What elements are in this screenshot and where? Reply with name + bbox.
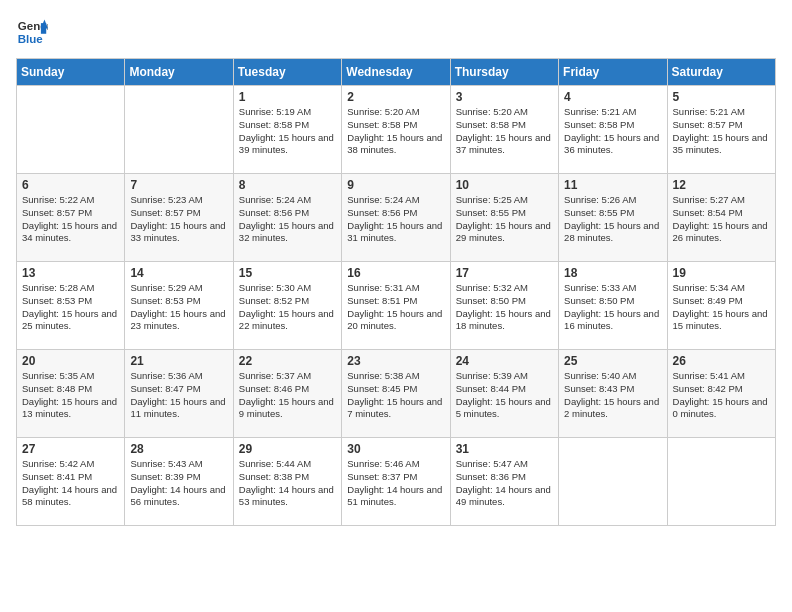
day-number: 12 [673,178,770,192]
day-number: 17 [456,266,553,280]
day-details: Sunrise: 5:46 AM Sunset: 8:37 PM Dayligh… [347,458,444,509]
day-number: 28 [130,442,227,456]
day-number: 21 [130,354,227,368]
calendar-cell: 6Sunrise: 5:22 AM Sunset: 8:57 PM Daylig… [17,174,125,262]
calendar-week-1: 1Sunrise: 5:19 AM Sunset: 8:58 PM Daylig… [17,86,776,174]
calendar-cell: 3Sunrise: 5:20 AM Sunset: 8:58 PM Daylig… [450,86,558,174]
day-number: 26 [673,354,770,368]
calendar-week-4: 20Sunrise: 5:35 AM Sunset: 8:48 PM Dayli… [17,350,776,438]
day-number: 19 [673,266,770,280]
day-number: 30 [347,442,444,456]
svg-text:Blue: Blue [18,33,44,45]
calendar-cell: 30Sunrise: 5:46 AM Sunset: 8:37 PM Dayli… [342,438,450,526]
day-header-thursday: Thursday [450,59,558,86]
day-number: 6 [22,178,119,192]
day-details: Sunrise: 5:35 AM Sunset: 8:48 PM Dayligh… [22,370,119,421]
calendar-cell: 31Sunrise: 5:47 AM Sunset: 8:36 PM Dayli… [450,438,558,526]
day-number: 14 [130,266,227,280]
day-header-tuesday: Tuesday [233,59,341,86]
calendar-week-5: 27Sunrise: 5:42 AM Sunset: 8:41 PM Dayli… [17,438,776,526]
calendar-cell: 14Sunrise: 5:29 AM Sunset: 8:53 PM Dayli… [125,262,233,350]
calendar-table: SundayMondayTuesdayWednesdayThursdayFrid… [16,58,776,526]
day-number: 2 [347,90,444,104]
calendar-week-2: 6Sunrise: 5:22 AM Sunset: 8:57 PM Daylig… [17,174,776,262]
day-number: 20 [22,354,119,368]
day-header-sunday: Sunday [17,59,125,86]
day-details: Sunrise: 5:42 AM Sunset: 8:41 PM Dayligh… [22,458,119,509]
calendar-cell: 20Sunrise: 5:35 AM Sunset: 8:48 PM Dayli… [17,350,125,438]
day-details: Sunrise: 5:31 AM Sunset: 8:51 PM Dayligh… [347,282,444,333]
calendar-cell: 19Sunrise: 5:34 AM Sunset: 8:49 PM Dayli… [667,262,775,350]
calendar-cell: 27Sunrise: 5:42 AM Sunset: 8:41 PM Dayli… [17,438,125,526]
day-details: Sunrise: 5:37 AM Sunset: 8:46 PM Dayligh… [239,370,336,421]
day-number: 29 [239,442,336,456]
logo: General Blue [16,16,50,48]
day-details: Sunrise: 5:27 AM Sunset: 8:54 PM Dayligh… [673,194,770,245]
calendar-cell: 10Sunrise: 5:25 AM Sunset: 8:55 PM Dayli… [450,174,558,262]
day-header-monday: Monday [125,59,233,86]
day-details: Sunrise: 5:43 AM Sunset: 8:39 PM Dayligh… [130,458,227,509]
day-details: Sunrise: 5:38 AM Sunset: 8:45 PM Dayligh… [347,370,444,421]
day-number: 1 [239,90,336,104]
day-number: 13 [22,266,119,280]
day-details: Sunrise: 5:20 AM Sunset: 8:58 PM Dayligh… [347,106,444,157]
calendar-header-row: SundayMondayTuesdayWednesdayThursdayFrid… [17,59,776,86]
calendar-cell: 25Sunrise: 5:40 AM Sunset: 8:43 PM Dayli… [559,350,667,438]
day-details: Sunrise: 5:29 AM Sunset: 8:53 PM Dayligh… [130,282,227,333]
day-number: 31 [456,442,553,456]
day-number: 10 [456,178,553,192]
calendar-cell: 7Sunrise: 5:23 AM Sunset: 8:57 PM Daylig… [125,174,233,262]
calendar-cell: 2Sunrise: 5:20 AM Sunset: 8:58 PM Daylig… [342,86,450,174]
calendar-cell: 22Sunrise: 5:37 AM Sunset: 8:46 PM Dayli… [233,350,341,438]
day-number: 22 [239,354,336,368]
day-number: 25 [564,354,661,368]
calendar-cell: 29Sunrise: 5:44 AM Sunset: 8:38 PM Dayli… [233,438,341,526]
calendar-cell: 11Sunrise: 5:26 AM Sunset: 8:55 PM Dayli… [559,174,667,262]
day-details: Sunrise: 5:24 AM Sunset: 8:56 PM Dayligh… [347,194,444,245]
day-details: Sunrise: 5:19 AM Sunset: 8:58 PM Dayligh… [239,106,336,157]
day-details: Sunrise: 5:21 AM Sunset: 8:58 PM Dayligh… [564,106,661,157]
day-number: 8 [239,178,336,192]
calendar-cell: 23Sunrise: 5:38 AM Sunset: 8:45 PM Dayli… [342,350,450,438]
day-number: 9 [347,178,444,192]
day-number: 23 [347,354,444,368]
calendar-cell [125,86,233,174]
calendar-cell: 21Sunrise: 5:36 AM Sunset: 8:47 PM Dayli… [125,350,233,438]
day-details: Sunrise: 5:44 AM Sunset: 8:38 PM Dayligh… [239,458,336,509]
calendar-cell: 24Sunrise: 5:39 AM Sunset: 8:44 PM Dayli… [450,350,558,438]
day-number: 5 [673,90,770,104]
calendar-cell [17,86,125,174]
day-details: Sunrise: 5:20 AM Sunset: 8:58 PM Dayligh… [456,106,553,157]
day-details: Sunrise: 5:24 AM Sunset: 8:56 PM Dayligh… [239,194,336,245]
day-header-friday: Friday [559,59,667,86]
calendar-cell: 1Sunrise: 5:19 AM Sunset: 8:58 PM Daylig… [233,86,341,174]
calendar-cell: 5Sunrise: 5:21 AM Sunset: 8:57 PM Daylig… [667,86,775,174]
day-number: 15 [239,266,336,280]
day-details: Sunrise: 5:23 AM Sunset: 8:57 PM Dayligh… [130,194,227,245]
calendar-week-3: 13Sunrise: 5:28 AM Sunset: 8:53 PM Dayli… [17,262,776,350]
day-details: Sunrise: 5:40 AM Sunset: 8:43 PM Dayligh… [564,370,661,421]
calendar-cell: 13Sunrise: 5:28 AM Sunset: 8:53 PM Dayli… [17,262,125,350]
day-details: Sunrise: 5:32 AM Sunset: 8:50 PM Dayligh… [456,282,553,333]
day-details: Sunrise: 5:30 AM Sunset: 8:52 PM Dayligh… [239,282,336,333]
day-number: 24 [456,354,553,368]
day-header-wednesday: Wednesday [342,59,450,86]
calendar-cell: 12Sunrise: 5:27 AM Sunset: 8:54 PM Dayli… [667,174,775,262]
day-details: Sunrise: 5:47 AM Sunset: 8:36 PM Dayligh… [456,458,553,509]
calendar-cell: 15Sunrise: 5:30 AM Sunset: 8:52 PM Dayli… [233,262,341,350]
day-details: Sunrise: 5:21 AM Sunset: 8:57 PM Dayligh… [673,106,770,157]
day-number: 7 [130,178,227,192]
page-header: General Blue [16,16,776,48]
calendar-cell: 4Sunrise: 5:21 AM Sunset: 8:58 PM Daylig… [559,86,667,174]
calendar-cell: 16Sunrise: 5:31 AM Sunset: 8:51 PM Dayli… [342,262,450,350]
calendar-cell: 8Sunrise: 5:24 AM Sunset: 8:56 PM Daylig… [233,174,341,262]
day-number: 3 [456,90,553,104]
calendar-cell: 17Sunrise: 5:32 AM Sunset: 8:50 PM Dayli… [450,262,558,350]
day-details: Sunrise: 5:33 AM Sunset: 8:50 PM Dayligh… [564,282,661,333]
calendar-cell: 26Sunrise: 5:41 AM Sunset: 8:42 PM Dayli… [667,350,775,438]
day-header-saturday: Saturday [667,59,775,86]
calendar-cell: 28Sunrise: 5:43 AM Sunset: 8:39 PM Dayli… [125,438,233,526]
calendar-cell [667,438,775,526]
logo-icon: General Blue [16,16,48,48]
day-details: Sunrise: 5:41 AM Sunset: 8:42 PM Dayligh… [673,370,770,421]
